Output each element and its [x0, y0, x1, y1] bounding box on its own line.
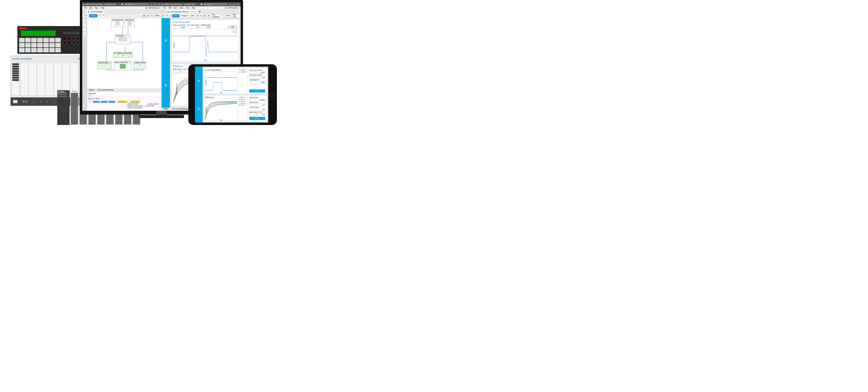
minimize-button[interactable]: —: [229, 3, 232, 5]
search-field[interactable]: Search: [124, 3, 149, 6]
home-tab[interactable]: ⌂: [162, 10, 166, 12]
search-field[interactable]: Search: [204, 3, 228, 6]
abort-button[interactable]: ⊗: [169, 14, 172, 18]
run-button[interactable]: ▶: [162, 14, 165, 18]
titlebar-left[interactable]: ▶ PMIC Characterization - LabVIEW NXG 💬 …: [82, 2, 161, 6]
rail-gauge-icon[interactable]: ⚙: [195, 67, 203, 95]
edit-icon-button[interactable]: Edit icon: [232, 14, 240, 18]
menu-help[interactable]: Help: [191, 7, 196, 9]
tablet-home-button[interactable]: [270, 92, 275, 97]
system-diagram-canvas[interactable]: Dev Environment Web Server Test Station: [87, 18, 161, 89]
user-indicator[interactable]: Jeff Kodosky ▾: [145, 7, 161, 9]
view-diagram[interactable]: Diagram: [180, 14, 189, 18]
node-i2c[interactable]: I2C Digital Communication ⇄: [113, 52, 132, 57]
tab-output[interactable]: Output: [162, 108, 170, 111]
palette-globe-icon[interactable]: 🌐: [83, 37, 87, 41]
palette-module-icon[interactable]: ▭: [83, 28, 87, 32]
chat-icon[interactable]: 💬: [121, 3, 123, 5]
search-placeholder: Search: [128, 3, 133, 5]
menu-edit[interactable]: Edit: [88, 7, 93, 9]
node-web-server[interactable]: Web Server: [125, 19, 135, 27]
doc-nav-next-icon[interactable]: ▾: [199, 10, 200, 12]
maximize-button[interactable]: ▢: [153, 3, 157, 5]
user-indicator[interactable]: Jeff Kodosky ▾: [225, 7, 241, 9]
rail-gauge-icon[interactable]: ⚙: [162, 63, 170, 108]
end-load-current-input[interactable]: -0.2: [187, 26, 199, 28]
menu-run[interactable]: Run: [173, 7, 178, 9]
sampling-rate-input[interactable]: 600k: [249, 81, 265, 84]
menu-file[interactable]: File: [162, 7, 167, 9]
dcpwr-node[interactable]: DCPWR: [93, 101, 100, 103]
channel-value[interactable]: A: [88, 95, 92, 97]
palette-cursor-icon[interactable]: ↖: [83, 23, 87, 27]
palette-search-icon[interactable]: 🔍: [83, 19, 87, 23]
node-dev-environment[interactable]: Dev Environment: [112, 19, 124, 27]
menu-view[interactable]: View: [185, 7, 190, 9]
titlebar-right[interactable]: ▶ PMIC Characterization - LabVIEW NXG 💬 …: [162, 2, 241, 6]
dcpwr-node[interactable]: DCPWR: [109, 101, 115, 103]
close-button[interactable]: ✕: [157, 3, 161, 5]
list-icon[interactable]: ≣: [146, 14, 149, 18]
distribute-icon[interactable]: ⊟: [199, 14, 203, 18]
nidcpower-node[interactable]: NI-DCPower: [117, 101, 127, 103]
dcpwr-node[interactable]: DCPWR: [101, 101, 107, 103]
rail-kettlebell-icon[interactable]: ⚖: [162, 18, 170, 63]
menu-help[interactable]: Help: [100, 7, 105, 9]
maximize-button[interactable]: ▢: [232, 3, 236, 5]
target-icon[interactable]: 🖥: [207, 14, 210, 18]
node-buck[interactable]: 6 Buck Converters ⇊: [134, 61, 146, 69]
zoom-select[interactable]: 60% ▾: [154, 14, 161, 18]
sampling-rate-input[interactable]: 600k: [201, 26, 211, 28]
order-icon[interactable]: ▤: [203, 14, 206, 18]
view-panel[interactable]: Panel: [173, 14, 179, 18]
document-tab-gvi[interactable]: ◆ Load Regulation Main.gvi running: [166, 10, 198, 13]
target-select[interactable]: This Computer ▾: [211, 14, 224, 18]
run-button[interactable]: ▸ Run: [249, 89, 265, 93]
start-current-input[interactable]: -0.0025: [249, 99, 265, 101]
card-load-regulation: Load Regulation Start Load Current -0.02…: [172, 20, 239, 62]
redo-button[interactable]: ↷: [102, 14, 105, 18]
pause-button[interactable]: ⏸: [166, 14, 168, 18]
home-tab[interactable]: ⌂: [82, 10, 87, 12]
end-load-current-input[interactable]: -0.2: [249, 76, 265, 79]
current-steps-input[interactable]: 50: [249, 109, 265, 111]
end-current-input[interactable]: -0.2: [249, 103, 265, 106]
valid-input-b[interactable]: 3.4: [257, 113, 265, 116]
block-diagram-strip[interactable]: Channel(s) A Resource Name DCPWR DCPWR D…: [87, 92, 161, 111]
start-current-input[interactable]: 0: [173, 70, 182, 72]
undo-button[interactable]: ↶: [98, 14, 101, 18]
node-power-supply[interactable]: Power Supply ⚡: [98, 61, 112, 69]
start-load-current-input[interactable]: -0.025: [249, 71, 265, 74]
menu-edit[interactable]: Edit: [167, 7, 173, 9]
nidcpower-node[interactable]: NI-DCPower: [130, 101, 140, 103]
tab-errors[interactable]: Errors and Warnings: [170, 108, 190, 111]
menu-file[interactable]: File: [83, 7, 88, 9]
document-tab-systemdesigner[interactable]: 🖧 SystemDesigner: [87, 10, 105, 13]
menu-view[interactable]: View: [94, 7, 99, 9]
menu-data[interactable]: Data: [179, 7, 184, 9]
minimize-button[interactable]: —: [150, 3, 153, 5]
tab-errors[interactable]: Errors and Warnings: [96, 89, 116, 92]
mode-design[interactable]: Design: [89, 14, 97, 18]
zoom-select[interactable]: 75% ▾: [224, 14, 231, 18]
view-split[interactable]: Split: [190, 14, 195, 18]
node-test-station[interactable]: Test Station: [115, 34, 130, 44]
align-icon[interactable]: ⊞: [196, 14, 199, 18]
grid-icon[interactable]: ▦: [142, 14, 146, 18]
pxi-controller: [12, 63, 20, 95]
start-load-current-input[interactable]: -0.025: [173, 26, 186, 28]
close-button[interactable]: ✕: [237, 3, 240, 5]
valid-input-a[interactable]: 3: [249, 113, 257, 116]
node-dut[interactable]: Device Under Test: [114, 61, 131, 70]
chart-legend: 📈 V ▾ 📈 C ▾: [231, 30, 237, 33]
resource-field[interactable]: [88, 100, 92, 102]
mode-live[interactable]: Live: [83, 14, 89, 18]
palette-connect-icon[interactable]: 🔗: [83, 32, 87, 36]
systemdesigner-window: ▶ PMIC Characterization - LabVIEW NXG 💬 …: [82, 2, 162, 111]
run-button[interactable]: ▸ Run: [249, 117, 265, 120]
rail-kettlebell-icon[interactable]: ⚖: [195, 95, 203, 123]
run-button[interactable]: Run: [228, 26, 238, 28]
tab-output[interactable]: Output: [87, 89, 96, 92]
chat-icon[interactable]: 💬: [200, 3, 203, 5]
tree-view-icon[interactable]: ⌬: [150, 14, 153, 18]
